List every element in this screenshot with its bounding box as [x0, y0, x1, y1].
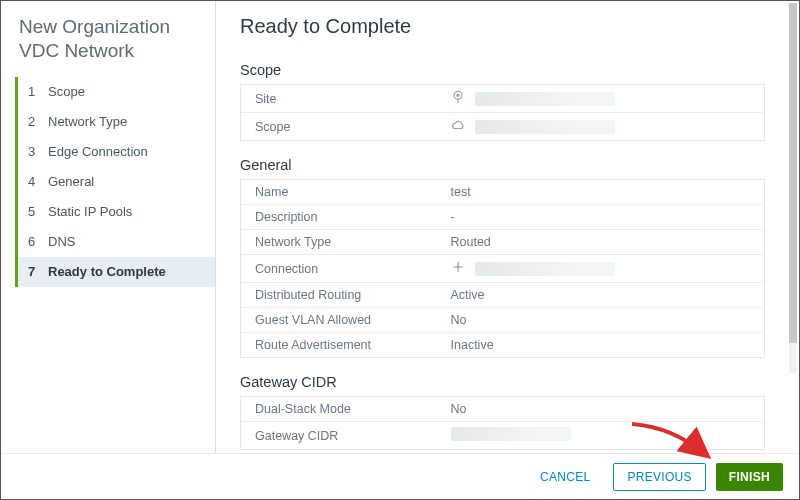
step-label: Ready to Complete: [48, 264, 166, 279]
step-number: 5: [28, 204, 48, 219]
summary-table-general: NametestDescription-Network TypeRoutedCo…: [240, 179, 765, 358]
table-row: Scope: [241, 113, 765, 141]
scrollbar-thumb[interactable]: [789, 3, 797, 343]
summary-table-scope: SiteScope: [240, 84, 765, 141]
wizard-step-1[interactable]: 1Scope: [15, 77, 215, 107]
scrollbar[interactable]: [789, 3, 797, 373]
step-number: 3: [28, 144, 48, 159]
cancel-button[interactable]: Cancel: [527, 463, 603, 491]
wizard-step-2[interactable]: 2Network Type: [15, 107, 215, 137]
wizard-step-5[interactable]: 5Static IP Pools: [15, 197, 215, 227]
summary-value: No: [441, 397, 765, 422]
previous-button[interactable]: Previous: [613, 463, 705, 491]
svg-point-2: [456, 266, 458, 268]
table-row: Description-: [241, 205, 765, 230]
main-area: Ready to Complete Scope SiteScope Genera…: [216, 1, 799, 499]
step-label: DNS: [48, 234, 75, 249]
summary-key: Name: [241, 180, 441, 205]
edge-icon: [451, 260, 465, 277]
step-number: 7: [28, 264, 48, 279]
wizard-step-7[interactable]: 7Ready to Complete: [15, 257, 215, 287]
summary-key: Gateway CIDR: [241, 422, 441, 450]
summary-key: Description: [241, 205, 441, 230]
summary-key: Dual-Stack Mode: [241, 397, 441, 422]
step-number: 4: [28, 174, 48, 189]
main-scroll[interactable]: Ready to Complete Scope SiteScope Genera…: [216, 1, 789, 499]
step-label: Scope: [48, 84, 85, 99]
section-heading-scope: Scope: [240, 62, 765, 78]
step-label: Static IP Pools: [48, 204, 132, 219]
wizard-sidebar: New Organization VDC Network 1Scope2Netw…: [1, 1, 216, 499]
summary-key: Route Advertisement: [241, 333, 441, 358]
svg-point-1: [456, 94, 458, 96]
table-row: Guest VLAN AllowedNo: [241, 308, 765, 333]
summary-value: Inactive: [441, 333, 765, 358]
table-row: Connection: [241, 255, 765, 283]
table-row: Nametest: [241, 180, 765, 205]
redacted-value: [475, 262, 615, 276]
summary-table-gateway: Dual-Stack ModeNoGateway CIDR: [240, 396, 765, 450]
table-row: Network TypeRouted: [241, 230, 765, 255]
summary-key: Connection: [241, 255, 441, 283]
summary-value: [441, 255, 765, 283]
summary-value: Routed: [441, 230, 765, 255]
summary-key: Network Type: [241, 230, 441, 255]
summary-key: Guest VLAN Allowed: [241, 308, 441, 333]
wizard-steps: 1Scope2Network Type3Edge Connection4Gene…: [15, 77, 215, 287]
redacted-value: [451, 427, 571, 441]
wizard-title: New Organization VDC Network: [15, 15, 215, 77]
summary-key: Site: [241, 85, 441, 113]
wizard-step-3[interactable]: 3Edge Connection: [15, 137, 215, 167]
finish-button[interactable]: Finish: [716, 463, 783, 491]
step-number: 6: [28, 234, 48, 249]
table-row: Distributed RoutingActive: [241, 283, 765, 308]
section-heading-general: General: [240, 157, 765, 173]
wizard-dialog: New Organization VDC Network 1Scope2Netw…: [0, 0, 800, 500]
summary-value: -: [441, 205, 765, 230]
table-row: Site: [241, 85, 765, 113]
redacted-value: [475, 92, 615, 106]
summary-value: Active: [441, 283, 765, 308]
step-label: Edge Connection: [48, 144, 148, 159]
summary-value: [441, 422, 765, 450]
dialog-footer: Cancel Previous Finish: [1, 453, 799, 499]
wizard-step-6[interactable]: 6DNS: [15, 227, 215, 257]
summary-value: [441, 113, 765, 141]
step-number: 1: [28, 84, 48, 99]
table-row: Route AdvertisementInactive: [241, 333, 765, 358]
page-title: Ready to Complete: [240, 15, 765, 38]
step-label: Network Type: [48, 114, 127, 129]
summary-key: Distributed Routing: [241, 283, 441, 308]
dialog-body: New Organization VDC Network 1Scope2Netw…: [1, 1, 799, 499]
redacted-value: [475, 120, 615, 134]
step-number: 2: [28, 114, 48, 129]
summary-key: Scope: [241, 113, 441, 141]
waypoint-icon: [451, 90, 465, 107]
cloud-icon: [451, 118, 465, 135]
table-row: Gateway CIDR: [241, 422, 765, 450]
summary-value: [441, 85, 765, 113]
summary-value: No: [441, 308, 765, 333]
section-heading-gateway: Gateway CIDR: [240, 374, 765, 390]
wizard-step-4[interactable]: 4General: [15, 167, 215, 197]
table-row: Dual-Stack ModeNo: [241, 397, 765, 422]
summary-value: test: [441, 180, 765, 205]
step-label: General: [48, 174, 94, 189]
